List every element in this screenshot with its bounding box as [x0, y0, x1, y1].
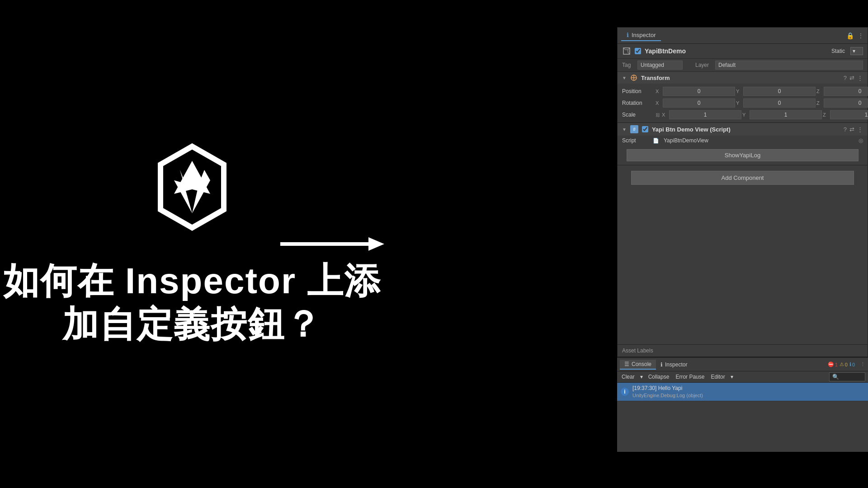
- transform-actions: ? ⇄ ⋮: [844, 75, 863, 81]
- error-icon: ⛔: [828, 361, 834, 367]
- arrow-indicator: [280, 233, 389, 255]
- log-time: [19:37:30]: [632, 385, 656, 391]
- asset-labels-row: Asset Labels: [618, 344, 868, 357]
- tab-inspector[interactable]: ℹ Inspector: [621, 30, 661, 41]
- transform-body: Position X Y Z Rotation X Y Z: [618, 84, 868, 122]
- script-body: Script 📄 YapiBtnDemoView ◎ ShowYapiLog: [618, 136, 868, 165]
- error-pause-button[interactable]: Error Pause: [674, 373, 706, 381]
- log-info-icon: i: [621, 388, 629, 396]
- transform-header[interactable]: ▼ Transform ? ⇄ ⋮: [618, 72, 868, 84]
- collapse-button[interactable]: Collapse: [646, 373, 671, 381]
- position-label: Position: [622, 88, 654, 94]
- tab-inspector-bottom-icon: ℹ: [660, 361, 663, 368]
- console-tab-actions: ⛔ 1 ⚠ 0 ℹ 0 ⋮: [828, 361, 865, 367]
- error-badge: ⛔ 1: [828, 361, 838, 367]
- info-icon: ℹ: [627, 32, 629, 38]
- gameobject-cube-icon: [622, 47, 631, 56]
- warn-count: 0: [845, 362, 848, 367]
- info-icon: ℹ: [849, 361, 851, 367]
- add-component-area: Add Component: [618, 165, 868, 190]
- script-header[interactable]: ▼ # Yapi Btn Demo View (Script) ? ⇄ ⋮: [618, 123, 868, 136]
- unity-logo: [147, 142, 237, 232]
- rotation-z-input[interactable]: [824, 99, 868, 108]
- add-component-button[interactable]: Add Component: [631, 171, 854, 185]
- rotation-xyz: X Y Z: [656, 99, 868, 108]
- transform-more-icon[interactable]: ⋮: [857, 75, 863, 81]
- rotation-label: Rotation: [622, 100, 654, 106]
- scale-link-icon: ⛓: [656, 113, 660, 117]
- info-count: 0: [852, 362, 855, 367]
- script-filename: YapiBtnDemoView: [664, 137, 855, 144]
- console-more-icon[interactable]: ⋮: [860, 361, 865, 367]
- scale-x-input[interactable]: [669, 110, 741, 119]
- script-field-row: Script 📄 YapiBtnDemoView ◎: [618, 136, 868, 145]
- rotation-x-input[interactable]: [663, 99, 735, 108]
- clear-dropdown[interactable]: ▾: [639, 373, 644, 381]
- tab-inspector-bottom[interactable]: ℹ Inspector: [656, 360, 692, 369]
- console-tab-bar: ☰ Console ℹ Inspector ⛔ 1 ⚠ 0 ℹ 0 ⋮: [617, 358, 868, 371]
- log-item[interactable]: i [19:37:30] Hello Yapi UnityEngine.Debu…: [617, 383, 868, 401]
- show-yapi-log-button[interactable]: ShowYapiLog: [627, 149, 859, 161]
- transform-collapse-arrow: ▼: [622, 75, 627, 80]
- gameobject-active-checkbox[interactable]: [635, 48, 641, 54]
- script-active-checkbox[interactable]: [642, 126, 648, 132]
- position-y-label: Y: [736, 89, 742, 94]
- inspector-panel: ℹ Inspector 🔒 ⋮ YapiBtnDemo Static ▾ Tag…: [617, 27, 868, 357]
- static-dropdown[interactable]: ▾: [850, 47, 863, 55]
- rotation-y-input[interactable]: [743, 99, 816, 108]
- tab-inspector-bottom-label: Inspector: [665, 361, 687, 368]
- position-row: Position X Y Z: [618, 85, 868, 97]
- log-message: Hello Yapi: [658, 385, 683, 391]
- static-label: Static: [831, 48, 845, 54]
- tab-console[interactable]: ☰ Console: [620, 360, 656, 370]
- console-panel: ☰ Console ℹ Inspector ⛔ 1 ⚠ 0 ℹ 0 ⋮ Clea…: [617, 357, 868, 452]
- transform-help-icon[interactable]: ?: [844, 75, 847, 81]
- tag-layer-row: Tag Untagged Layer Default: [618, 59, 868, 72]
- script-actions: ? ⇄ ⋮: [844, 126, 863, 133]
- script-more-icon[interactable]: ⋮: [857, 126, 863, 133]
- console-toolbar: Clear ▾ Collapse Error Pause Editor ▾: [617, 371, 868, 383]
- info-badge: ℹ 0: [849, 361, 855, 367]
- position-y-input[interactable]: [743, 87, 816, 96]
- clear-button[interactable]: Clear: [620, 373, 637, 381]
- tab-console-label: Console: [632, 361, 651, 367]
- layer-label: Layer: [695, 62, 712, 68]
- editor-dropdown[interactable]: ▾: [730, 373, 734, 381]
- inspector-empty-space: [618, 190, 868, 344]
- transform-component: ▼ Transform ? ⇄ ⋮ Position X Y: [618, 72, 868, 123]
- editor-button[interactable]: Editor: [709, 373, 726, 381]
- tab-actions: 🔒 ⋮: [846, 32, 864, 39]
- svg-marker-5: [368, 237, 384, 251]
- console-search-input[interactable]: [829, 372, 865, 381]
- layer-select[interactable]: Default: [715, 61, 863, 70]
- script-settings-icon[interactable]: ⇄: [849, 126, 854, 133]
- position-z-label: Z: [816, 89, 823, 94]
- scale-y-input[interactable]: [750, 110, 822, 119]
- script-component: ▼ # Yapi Btn Demo View (Script) ? ⇄ ⋮ Sc…: [618, 123, 868, 165]
- gameobject-header: YapiBtnDemo Static ▾: [618, 44, 868, 59]
- position-x-label: X: [656, 89, 662, 94]
- lock-icon[interactable]: 🔒: [846, 32, 854, 39]
- scale-xyz: ⛓ X Y Z: [656, 110, 868, 119]
- script-file-icon: #: [630, 125, 638, 133]
- error-count: 1: [835, 362, 838, 367]
- console-log-list: i [19:37:30] Hello Yapi UnityEngine.Debu…: [617, 383, 868, 452]
- script-target-icon[interactable]: ◎: [859, 137, 863, 144]
- transform-settings-icon[interactable]: ⇄: [849, 75, 854, 81]
- rotation-y-label: Y: [736, 100, 742, 106]
- warn-badge: ⚠ 0: [840, 361, 848, 367]
- scale-z-input[interactable]: [830, 110, 868, 119]
- scale-y-label: Y: [742, 112, 749, 117]
- more-icon[interactable]: ⋮: [858, 32, 864, 39]
- log-stack: UnityEngine.Debug:Log (object): [632, 392, 703, 399]
- tag-label: Tag: [622, 62, 634, 68]
- asset-labels-text: Asset Labels: [622, 347, 653, 354]
- position-z-input[interactable]: [824, 87, 868, 96]
- scale-z-label: Z: [823, 112, 829, 117]
- scale-row: Scale ⛓ X Y Z: [618, 109, 868, 121]
- position-x-input[interactable]: [663, 87, 735, 96]
- tag-select[interactable]: Untagged: [637, 61, 683, 70]
- script-collapse-arrow: ▼: [622, 127, 627, 132]
- rotation-z-label: Z: [816, 100, 823, 106]
- script-help-icon[interactable]: ?: [844, 126, 847, 133]
